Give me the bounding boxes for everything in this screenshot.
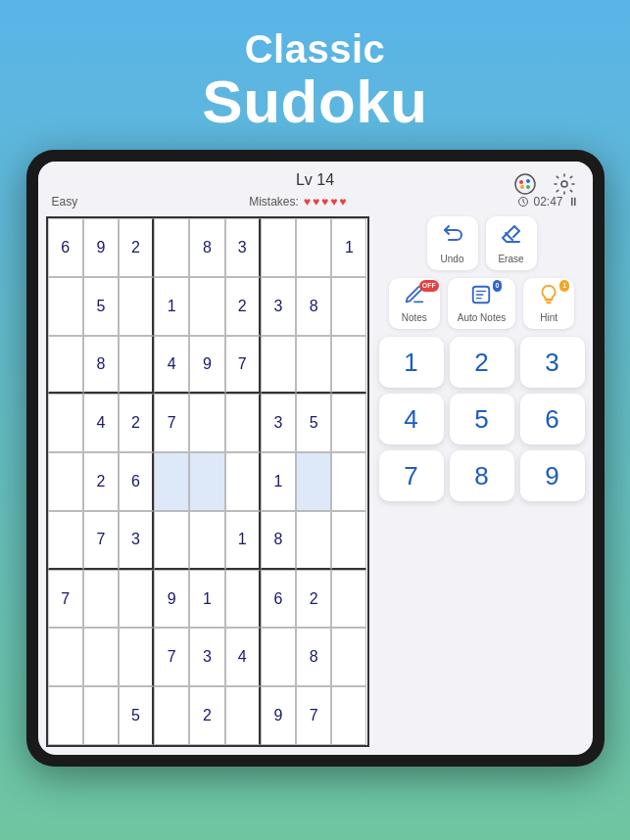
cell-4-1[interactable]: 2 — [83, 452, 119, 511]
palette-button[interactable] — [510, 169, 540, 199]
cell-0-8[interactable]: 1 — [331, 218, 366, 277]
cell-2-7[interactable] — [296, 336, 331, 395]
cell-3-8[interactable] — [331, 394, 366, 452]
cell-5-2[interactable]: 3 — [119, 511, 154, 570]
num-button-6[interactable]: 6 — [520, 394, 585, 444]
cell-1-6[interactable]: 3 — [261, 277, 296, 336]
cell-7-3[interactable]: 7 — [154, 628, 189, 686]
cell-3-5[interactable] — [225, 394, 261, 452]
cell-4-6[interactable]: 1 — [261, 452, 296, 511]
cell-1-5[interactable]: 2 — [225, 277, 261, 336]
num-button-3[interactable]: 3 — [520, 337, 585, 388]
cell-5-8[interactable] — [331, 511, 366, 570]
cell-0-2[interactable]: 2 — [119, 218, 154, 277]
cell-7-1[interactable] — [83, 628, 119, 686]
cell-7-2[interactable] — [119, 628, 154, 686]
cell-3-6[interactable]: 3 — [261, 394, 296, 452]
cell-5-5[interactable]: 1 — [225, 511, 261, 570]
cell-5-0[interactable] — [48, 511, 83, 570]
cell-8-0[interactable] — [48, 686, 83, 745]
cell-2-8[interactable] — [331, 336, 366, 395]
cell-8-3[interactable] — [154, 686, 189, 745]
cell-5-4[interactable] — [189, 511, 224, 570]
cell-5-7[interactable] — [296, 511, 331, 570]
cell-4-3[interactable] — [154, 452, 189, 511]
cell-6-5[interactable] — [225, 570, 261, 629]
cell-8-4[interactable]: 2 — [189, 686, 224, 745]
cell-6-4[interactable]: 1 — [189, 570, 224, 629]
cell-6-8[interactable] — [331, 570, 366, 629]
cell-8-2[interactable]: 5 — [119, 686, 154, 745]
cell-1-2[interactable] — [119, 277, 154, 336]
num-button-7[interactable]: 7 — [379, 450, 444, 501]
sudoku-board[interactable]: 6928315123884974273526173187916273485297 — [46, 216, 369, 747]
cell-6-3[interactable]: 9 — [154, 570, 189, 629]
num-button-8[interactable]: 8 — [450, 450, 514, 501]
cell-2-0[interactable] — [48, 336, 83, 395]
autonotes-button[interactable]: 0 Auto Notes — [448, 278, 515, 329]
cell-6-2[interactable] — [119, 570, 154, 629]
cell-2-3[interactable]: 4 — [154, 336, 189, 395]
num-button-4[interactable]: 4 — [379, 394, 444, 444]
num-button-2[interactable]: 2 — [450, 337, 514, 388]
cell-6-6[interactable]: 6 — [261, 570, 296, 629]
cell-5-3[interactable] — [154, 511, 189, 570]
cell-4-2[interactable]: 6 — [119, 452, 154, 511]
cell-0-5[interactable]: 3 — [225, 218, 261, 277]
cell-2-2[interactable] — [119, 336, 154, 395]
cell-0-0[interactable]: 6 — [48, 218, 83, 277]
cell-0-3[interactable] — [154, 218, 189, 277]
cell-7-7[interactable]: 8 — [296, 628, 331, 686]
cell-7-0[interactable] — [48, 628, 83, 686]
cell-5-6[interactable]: 8 — [261, 511, 296, 570]
cell-5-1[interactable]: 7 — [83, 511, 119, 570]
cell-0-4[interactable]: 8 — [189, 218, 224, 277]
cell-6-7[interactable]: 2 — [296, 570, 331, 629]
cell-6-0[interactable]: 7 — [48, 570, 83, 629]
numpad: 123456789 — [379, 337, 585, 501]
undo-button[interactable]: Undo — [427, 216, 478, 270]
cell-2-5[interactable]: 7 — [225, 336, 261, 395]
cell-4-7[interactable] — [296, 452, 331, 511]
erase-button[interactable]: Erase — [486, 216, 537, 270]
cell-1-1[interactable]: 5 — [83, 277, 119, 336]
cell-0-7[interactable] — [296, 218, 331, 277]
cell-1-8[interactable] — [331, 277, 366, 336]
cell-4-5[interactable] — [225, 452, 261, 511]
cell-3-7[interactable]: 5 — [296, 394, 331, 452]
cell-0-1[interactable]: 9 — [83, 218, 119, 277]
hint-button[interactable]: 1 Hint — [523, 278, 574, 329]
cell-1-4[interactable] — [189, 277, 224, 336]
cell-4-4[interactable] — [189, 452, 224, 511]
notes-button[interactable]: OFF Notes — [389, 278, 440, 329]
cell-7-6[interactable] — [261, 628, 296, 686]
cell-8-8[interactable] — [331, 686, 366, 745]
cell-7-4[interactable]: 3 — [189, 628, 224, 686]
cell-8-7[interactable]: 7 — [296, 686, 331, 745]
cell-8-1[interactable] — [83, 686, 119, 745]
cell-4-8[interactable] — [331, 452, 366, 511]
num-button-5[interactable]: 5 — [450, 394, 514, 444]
settings-button[interactable] — [550, 169, 579, 199]
cell-3-4[interactable] — [189, 394, 224, 452]
cell-7-5[interactable]: 4 — [225, 628, 261, 686]
cell-8-6[interactable]: 9 — [261, 686, 296, 745]
cell-1-0[interactable] — [48, 277, 83, 336]
cell-2-1[interactable]: 8 — [83, 336, 119, 395]
cell-3-2[interactable]: 2 — [119, 394, 154, 452]
cell-2-6[interactable] — [261, 336, 296, 395]
num-button-1[interactable]: 1 — [379, 337, 444, 388]
cell-3-3[interactable]: 7 — [154, 394, 189, 452]
cell-2-4[interactable]: 9 — [189, 336, 224, 395]
palette-icon — [513, 172, 537, 196]
num-button-9[interactable]: 9 — [520, 450, 585, 501]
cell-6-1[interactable] — [83, 570, 119, 629]
cell-1-7[interactable]: 8 — [296, 277, 331, 336]
cell-7-8[interactable] — [331, 628, 366, 686]
cell-0-6[interactable] — [261, 218, 296, 277]
cell-3-1[interactable]: 4 — [83, 394, 119, 452]
cell-1-3[interactable]: 1 — [154, 277, 189, 336]
cell-3-0[interactable] — [48, 394, 83, 452]
cell-8-5[interactable] — [225, 686, 261, 745]
cell-4-0[interactable] — [48, 452, 83, 511]
